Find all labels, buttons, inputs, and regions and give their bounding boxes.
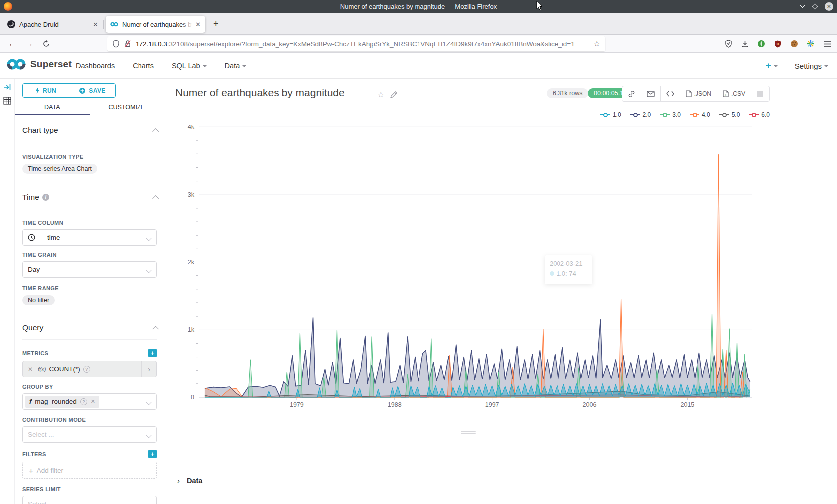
svg-text:1979: 1979 bbox=[290, 401, 304, 408]
legend-item-4.0[interactable]: 4.0 bbox=[690, 111, 710, 118]
data-panel-label: Data bbox=[187, 477, 202, 485]
legend-item-1.0[interactable]: 1.0 bbox=[600, 111, 621, 118]
maximize-button[interactable] bbox=[813, 4, 817, 9]
nav-item-sql-lab[interactable]: SQL Lab bbox=[172, 62, 207, 70]
plus-icon: + bbox=[29, 466, 33, 475]
legend-marker-icon bbox=[660, 113, 670, 117]
reload-button[interactable] bbox=[40, 37, 53, 50]
bookmark-star-icon[interactable]: ☆ bbox=[594, 39, 600, 48]
tab-label: Apache Druid bbox=[19, 21, 90, 28]
multicolor-extension-icon[interactable] bbox=[806, 39, 816, 49]
extension-green-icon[interactable] bbox=[756, 39, 766, 49]
url-bar[interactable]: 172.18.0.3:32108/superset/explore/?form_… bbox=[107, 36, 605, 51]
settings-menu[interactable]: Settings bbox=[795, 62, 828, 70]
group-by-chip[interactable]: f mag_rounded ? ✕ bbox=[25, 396, 99, 408]
back-button[interactable]: ← bbox=[6, 37, 19, 50]
time-column-label: TIME COLUMN bbox=[22, 220, 157, 226]
new-tab-button[interactable]: + bbox=[213, 18, 219, 29]
protections-shield-icon[interactable] bbox=[723, 39, 733, 49]
chart-title: Numer of earthquakes by magnitude bbox=[175, 87, 345, 99]
brand-name: Superset bbox=[30, 59, 72, 70]
dataset-grid-icon[interactable] bbox=[3, 97, 11, 105]
control-panel: RUN SAVE DATA CUSTOMIZE Chart type VISUA… bbox=[15, 79, 164, 504]
email-button[interactable] bbox=[641, 86, 661, 101]
add-metric-button[interactable]: + bbox=[148, 349, 157, 357]
minimize-button[interactable] bbox=[800, 5, 805, 8]
section-time[interactable]: Timei bbox=[22, 193, 157, 202]
tab-close-icon[interactable]: ✕ bbox=[195, 21, 201, 28]
menu-hamburger-icon[interactable] bbox=[822, 39, 832, 49]
tab-apache-druid[interactable]: Apache Druid ✕ bbox=[3, 16, 103, 33]
data-collapse-row[interactable]: › Data bbox=[177, 476, 837, 485]
copy-link-button[interactable] bbox=[622, 86, 641, 101]
add-filter-dropzone[interactable]: + Add filter bbox=[22, 462, 157, 479]
favorite-star-icon[interactable]: ☆ bbox=[377, 90, 384, 99]
viz-type-pill[interactable]: Time-series Area Chart bbox=[22, 164, 97, 174]
tab-superset-chart[interactable]: Numer of earthquakes by ✕ bbox=[106, 16, 205, 33]
close-button[interactable]: ✕ bbox=[825, 2, 833, 11]
download-json-button[interactable]: .JSON bbox=[680, 86, 717, 101]
expand-metric-icon[interactable]: › bbox=[141, 361, 156, 377]
resize-drag-handle[interactable] bbox=[461, 431, 476, 436]
forward-button[interactable]: → bbox=[23, 37, 36, 50]
superset-logo[interactable]: Superset bbox=[6, 58, 72, 71]
nav-item-dashboards[interactable]: Dashboards bbox=[76, 62, 115, 70]
collapse-panel-icon[interactable] bbox=[3, 84, 11, 91]
legend-marker-icon bbox=[719, 113, 729, 117]
fx-icon: f(x) bbox=[38, 366, 46, 372]
legend-marker-icon bbox=[690, 113, 699, 117]
file-icon bbox=[686, 90, 692, 97]
remove-metric-icon[interactable]: ✕ bbox=[23, 361, 38, 377]
metric-item[interactable]: ✕ f(x) COUNT(*) ? › bbox=[22, 361, 157, 377]
group-by-value: mag_rounded bbox=[35, 398, 76, 405]
nav-item-charts[interactable]: Charts bbox=[133, 62, 154, 70]
svg-text:2015: 2015 bbox=[681, 401, 695, 408]
legend-item-5.0[interactable]: 5.0 bbox=[719, 111, 740, 118]
time-grain-select[interactable]: Day bbox=[22, 261, 157, 278]
downloads-icon[interactable] bbox=[740, 39, 750, 49]
tab-customize[interactable]: CUSTOMIZE bbox=[90, 102, 164, 115]
select-placeholder: Select ... bbox=[28, 431, 54, 438]
embed-code-button[interactable] bbox=[661, 86, 680, 101]
download-csv-button[interactable]: x .CSV bbox=[717, 86, 751, 101]
save-button[interactable]: SAVE bbox=[69, 84, 115, 97]
timeseries-area-chart[interactable]: 01k2k3k4k19791988199720062015 bbox=[169, 120, 837, 433]
remove-chip-icon[interactable]: ✕ bbox=[91, 398, 95, 405]
superset-favicon-icon bbox=[110, 20, 118, 28]
chevron-down-icon bbox=[146, 432, 151, 438]
add-filter-button[interactable]: + bbox=[148, 450, 157, 458]
shield-permissions-icon[interactable] bbox=[112, 40, 120, 48]
time-range-pill[interactable]: No filter bbox=[22, 295, 55, 305]
chevron-up-icon bbox=[152, 128, 159, 135]
legend-item-2.0[interactable]: 2.0 bbox=[630, 111, 651, 118]
tab-separator bbox=[103, 20, 104, 29]
section-chart-type[interactable]: Chart type bbox=[22, 126, 157, 135]
svg-text:1997: 1997 bbox=[485, 401, 499, 408]
url-text: 172.18.0.3:32108/superset/explore/?form_… bbox=[136, 40, 590, 48]
lock-insecure-icon[interactable] bbox=[124, 40, 131, 48]
ublock-shield-icon[interactable]: u bbox=[773, 39, 783, 49]
chevron-down-icon bbox=[146, 267, 151, 273]
legend-marker-icon bbox=[600, 113, 610, 117]
cookie-extension-icon[interactable] bbox=[789, 39, 799, 49]
legend-item-6.0[interactable]: 6.0 bbox=[749, 111, 770, 118]
edit-pencil-icon[interactable] bbox=[390, 91, 398, 98]
mouse-cursor bbox=[536, 1, 543, 11]
settings-label: Settings bbox=[795, 62, 822, 70]
section-query[interactable]: Query bbox=[22, 323, 157, 332]
browser-tab-bar: Apache Druid ✕ Numer of earthquakes by ✕… bbox=[0, 13, 837, 35]
group-by-select[interactable]: f mag_rounded ? ✕ bbox=[22, 393, 157, 410]
new-item-button[interactable]: + bbox=[766, 60, 778, 71]
row-count-badge: 6.31k rows bbox=[547, 88, 588, 98]
legend-item-3.0[interactable]: 3.0 bbox=[660, 111, 681, 118]
tab-close-icon[interactable]: ✕ bbox=[93, 21, 98, 28]
tab-data[interactable]: DATA bbox=[15, 102, 90, 115]
series-limit-select[interactable]: Select ... bbox=[22, 496, 157, 504]
time-column-select[interactable]: __time bbox=[22, 229, 157, 246]
code-icon bbox=[666, 91, 674, 97]
chevron-down-icon bbox=[146, 235, 151, 241]
nav-item-data[interactable]: Data bbox=[225, 62, 247, 70]
more-options-button[interactable] bbox=[751, 86, 769, 101]
contribution-mode-select[interactable]: Select ... bbox=[22, 426, 157, 443]
run-button[interactable]: RUN bbox=[23, 84, 69, 97]
